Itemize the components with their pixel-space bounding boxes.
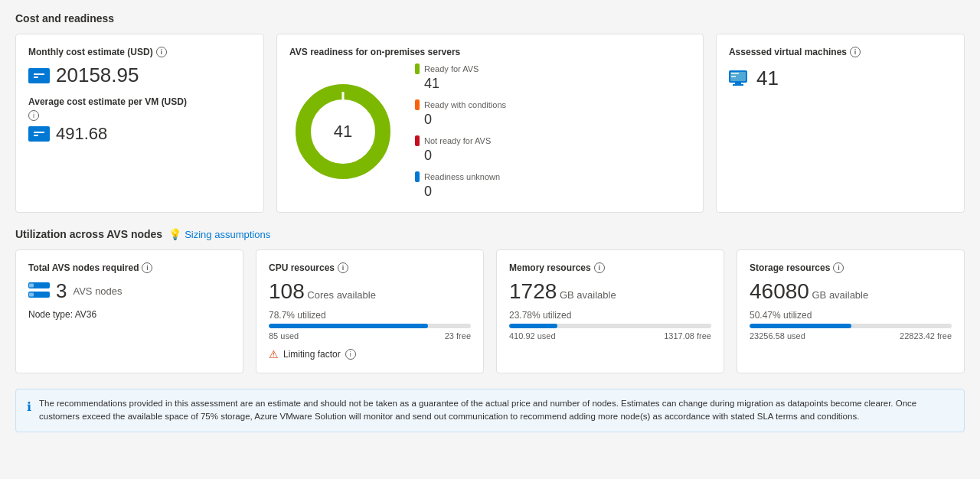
cpu-resources-title: CPU resources i [269, 262, 471, 273]
svg-rect-3 [32, 129, 46, 139]
cpu-value: 108 [269, 279, 305, 303]
limiting-factor: ⚠ Limiting factor i [269, 348, 471, 360]
utilization-header: Utilization across AVS nodes 💡 Sizing as… [15, 228, 965, 240]
storage-resources-info-icon[interactable]: i [833, 262, 844, 273]
info-banner: ℹ The recommendations provided in this a… [15, 389, 965, 432]
cpu-progress-fill [269, 324, 428, 328]
avg-cost-icon [28, 126, 50, 142]
memory-value: 1728 [509, 279, 557, 303]
legend-dot-not-ready [415, 135, 420, 146]
legend-count-unknown: 0 [424, 184, 506, 200]
donut-center-value: 41 [334, 122, 352, 142]
avg-cost-label: Average cost estimate per VM (USD) [28, 96, 251, 107]
memory-resources-title: Memory resources i [509, 262, 711, 273]
svg-rect-13 [731, 76, 736, 77]
cpu-unit: Cores available [307, 289, 376, 301]
svg-rect-17 [29, 293, 34, 297]
avs-legend: Ready for AVS 41 Ready with conditions 0… [415, 64, 506, 200]
avg-cost-info-icon[interactable]: i [28, 110, 39, 121]
assessed-vms-title: Assessed virtual machines i [729, 47, 952, 57]
svg-rect-15 [29, 284, 34, 288]
monthly-cost-info-icon[interactable]: i [156, 47, 167, 57]
legend-count-ready: 41 [424, 76, 506, 92]
assessed-vms-card: Assessed virtual machines i 41 [716, 34, 965, 213]
legend-count-not-ready: 0 [424, 148, 506, 164]
svg-rect-2 [34, 77, 38, 78]
legend-conditions: Ready with conditions 0 [415, 99, 506, 128]
legend-count-conditions: 0 [424, 112, 506, 128]
total-nodes-title: Total AVS nodes required i [28, 262, 230, 273]
avs-readiness-title: AVS readiness for on-premises servers [289, 47, 691, 57]
warning-icon: ⚠ [269, 348, 279, 360]
avs-readiness-card: AVS readiness for on-premises servers 41… [276, 34, 704, 213]
cpu-usage-row: 85 used 23 free [269, 331, 471, 341]
storage-resources-card: Storage resources i 46080 GB available 5… [737, 249, 965, 373]
legend-not-ready: Not ready for AVS 0 [415, 135, 506, 164]
memory-progress-fill [509, 324, 557, 328]
svg-rect-12 [731, 73, 739, 74]
monthly-cost-card: Monthly cost estimate (USD) i 20158.95 A… [15, 34, 264, 213]
info-banner-text: The recommendations provided in this ass… [39, 397, 953, 424]
legend-dot-unknown [415, 171, 420, 182]
memory-progress-bar [509, 324, 711, 328]
cpu-progress-bar [269, 324, 471, 328]
memory-resources-card: Memory resources i 1728 GB available 23.… [496, 249, 724, 373]
storage-usage-row: 23256.58 used 22823.42 free [750, 331, 952, 341]
assessed-vms-info-icon[interactable]: i [850, 47, 861, 57]
storage-progress-bar [750, 324, 952, 328]
svg-rect-10 [735, 83, 741, 84]
cpu-resources-info-icon[interactable]: i [338, 262, 348, 273]
monthly-cost-title: Monthly cost estimate (USD) i [28, 47, 251, 57]
memory-utilization-label: 23.78% utilized [509, 310, 711, 321]
storage-value: 46080 [750, 279, 809, 303]
cost-section-title: Cost and readiness [15, 12, 965, 24]
avs-node-icon [28, 282, 50, 300]
node-type: Node type: AV36 [28, 309, 230, 320]
vm-icon [729, 69, 750, 88]
storage-utilization-label: 50.47% utilized [750, 310, 952, 321]
svg-rect-1 [34, 73, 44, 75]
avg-cost-value: 491.68 [56, 124, 107, 144]
sizing-assumptions-link[interactable]: 💡 Sizing assumptions [168, 228, 270, 240]
cpu-utilization-label: 78.7% utilized [269, 310, 471, 321]
info-banner-icon: ℹ [27, 398, 31, 416]
legend-unknown: Readiness unknown 0 [415, 171, 506, 200]
storage-progress-fill [750, 324, 851, 328]
memory-resources-info-icon[interactable]: i [594, 262, 605, 273]
bulb-icon: 💡 [168, 228, 181, 240]
limiting-factor-info-icon[interactable]: i [345, 349, 356, 360]
cost-icon [28, 68, 50, 83]
cpu-resources-card: CPU resources i 108 Cores available 78.7… [256, 249, 484, 373]
svg-rect-5 [34, 135, 38, 136]
legend-dot-ready [415, 64, 420, 74]
total-nodes-unit: AVS nodes [73, 285, 122, 297]
utilization-title: Utilization across AVS nodes [15, 228, 162, 240]
svg-rect-11 [733, 84, 743, 86]
total-nodes-value: 3 [56, 279, 67, 303]
total-nodes-info-icon[interactable]: i [142, 262, 152, 273]
monthly-cost-value: 20158.95 [56, 64, 139, 87]
storage-unit: GB available [812, 289, 869, 301]
svg-rect-4 [34, 132, 44, 133]
memory-unit: GB available [560, 289, 616, 301]
legend-dot-conditions [415, 99, 420, 110]
memory-usage-row: 410.92 used 1317.08 free [509, 331, 711, 341]
svg-rect-0 [32, 70, 46, 81]
assessed-vms-value: 41 [756, 67, 779, 90]
storage-resources-title: Storage resources i [750, 262, 952, 273]
legend-ready: Ready for AVS 41 [415, 64, 506, 92]
avs-donut-chart: 41 [289, 78, 397, 185]
total-nodes-card: Total AVS nodes required i 3 AVS nodes N… [15, 249, 243, 373]
